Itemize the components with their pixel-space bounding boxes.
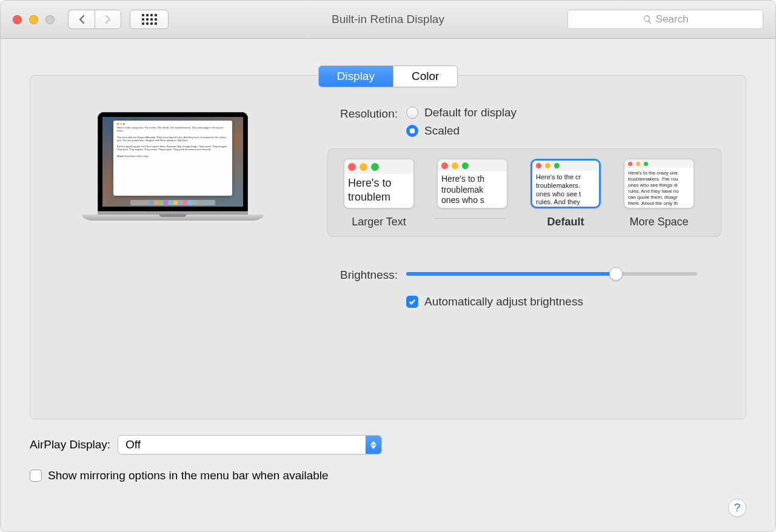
scale-thumb: Here's to the cr troublemakers. ones who…	[530, 159, 601, 208]
minimize-window-button[interactable]	[29, 15, 38, 24]
checkbox-label: Automatically adjust brightness	[424, 295, 583, 308]
display-panel: Here's to the crazy ones. The misfits. T…	[30, 75, 746, 419]
preview-column: Here's to the crazy ones. The misfits. T…	[55, 106, 291, 394]
close-window-button[interactable]	[13, 15, 22, 24]
nav-buttons	[68, 10, 169, 29]
forward-button[interactable]	[95, 10, 121, 29]
scale-option-more-space[interactable]: Here's to the crazy one troublemakers. T…	[623, 159, 695, 229]
search-input[interactable]: Search	[567, 10, 763, 29]
help-icon: ?	[734, 501, 741, 514]
select-value: Off	[118, 436, 366, 454]
chevron-updown-icon	[366, 436, 381, 454]
scale-option-default[interactable]: Here's to the cr troublemakers. ones who…	[529, 159, 602, 229]
airplay-label: AirPlay Display:	[30, 438, 110, 451]
slider-fill	[406, 272, 616, 276]
prefs-window: Built-in Retina Display Search Display C…	[0, 0, 776, 532]
search-placeholder: Search	[656, 13, 689, 25]
bottom-area: AirPlay Display: Off Show mirroring opti…	[30, 435, 746, 482]
show-all-button[interactable]	[130, 10, 169, 29]
titlebar: Built-in Retina Display Search	[1, 1, 775, 39]
back-button[interactable]	[68, 10, 95, 29]
slider-knob[interactable]	[609, 267, 623, 281]
auto-brightness-checkbox[interactable]: Automatically adjust brightness	[406, 295, 721, 308]
scale-options: Here's to troublem Larger Text Here's to…	[327, 148, 721, 237]
airplay-row: AirPlay Display: Off	[30, 435, 746, 454]
airplay-select[interactable]: Off	[118, 435, 382, 454]
brightness-slider[interactable]	[406, 267, 697, 281]
tab-color[interactable]: Color	[393, 66, 457, 87]
resolution-label: Resolution:	[315, 106, 406, 121]
radio-icon	[406, 125, 418, 137]
radio-default-for-display[interactable]: Default for display	[406, 106, 721, 119]
scale-option-larger-text[interactable]: Here's to troublem Larger Text	[343, 159, 415, 229]
scale-label: More Space	[629, 216, 688, 229]
checkbox-label: Show mirroring options in the menu bar w…	[48, 469, 329, 482]
brightness-row: Brightness: Automatically adjust brightn…	[315, 267, 721, 308]
scale-thumb: Here's to troublem	[344, 159, 414, 208]
radio-label: Default for display	[424, 106, 517, 119]
traffic-lights	[13, 15, 55, 24]
scale-label: Default	[547, 216, 584, 229]
help-button[interactable]: ?	[728, 499, 746, 517]
fullscreen-window-button[interactable]	[45, 15, 55, 24]
scale-thumb: Here's to th troublemak ones who s	[437, 159, 507, 208]
checkbox-icon	[30, 470, 42, 482]
radio-icon	[406, 107, 418, 119]
laptop-preview: Here's to the crazy ones. The misfits. T…	[82, 112, 264, 221]
brightness-label: Brightness:	[315, 267, 406, 282]
grid-icon	[142, 14, 157, 25]
scale-thumb: Here's to the crazy one troublemakers. T…	[624, 159, 694, 208]
radio-scaled[interactable]: Scaled	[406, 124, 721, 138]
settings-column: Resolution: Default for display Scaled	[291, 106, 721, 394]
resolution-row: Resolution: Default for display Scaled	[315, 106, 721, 237]
content: Display Color Here's to the crazy ones. …	[1, 39, 775, 531]
tab-segment: Display Color	[318, 65, 458, 87]
scale-label: Larger Text	[352, 216, 406, 229]
checkbox-icon	[406, 296, 418, 308]
mirroring-checkbox[interactable]: Show mirroring options in the menu bar w…	[30, 469, 746, 482]
tab-bar: Display Color	[30, 65, 746, 87]
radio-label: Scaled	[424, 124, 460, 138]
search-icon	[643, 15, 652, 24]
tab-display[interactable]: Display	[319, 66, 393, 87]
